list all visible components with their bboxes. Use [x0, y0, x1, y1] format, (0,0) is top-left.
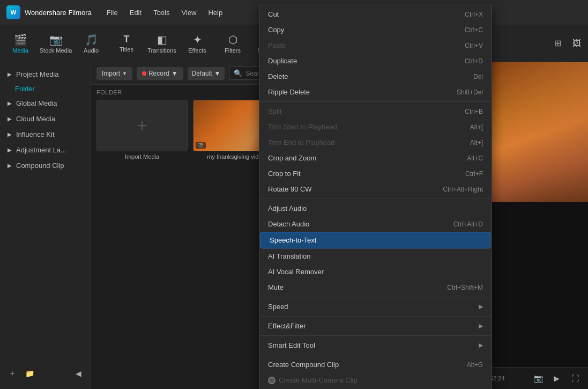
record-button[interactable]: Record ▼ — [137, 67, 183, 80]
ctx-ai-vocal-remover[interactable]: AI Vocal Remover — [259, 264, 492, 280]
ctx-rotate[interactable]: Rotate 90 CW Ctrl+Alt+Right — [259, 181, 492, 197]
ctx-effect-filter[interactable]: Effect&Filter ▶ — [259, 318, 492, 334]
sidebar-item-global-media[interactable]: ▶ Global Media — [0, 96, 91, 111]
arrow-icon: ▶ — [8, 100, 12, 106]
toolbar-titles[interactable]: T Titles — [109, 27, 144, 60]
dropdown-arrow-icon: ▼ — [122, 71, 127, 76]
ctx-create-compound[interactable]: Create Compound Clip Alt+G — [259, 357, 492, 372]
ctx-sep-3 — [259, 297, 492, 297]
multicam-icon — [268, 377, 276, 384]
toolbar-stock-media[interactable]: 📷 Stock Media — [39, 27, 73, 60]
ctx-crop-zoom[interactable]: Crop and Zoom Alt+C — [259, 150, 492, 166]
import-button[interactable]: Import ▼ — [96, 67, 132, 80]
import-media-card[interactable]: + Import Media — [96, 100, 188, 160]
ctx-cut[interactable]: Cut Ctrl+X — [259, 6, 492, 22]
submenu-arrow-icon: ▶ — [479, 322, 483, 329]
add-icon: + — [137, 116, 147, 136]
preview-buttons: 📷 ▶ ⛶ — [531, 371, 583, 386]
arrow-icon: ▶ — [8, 147, 12, 153]
ctx-trim-start: Trim Start to Playhead Alt+[ — [259, 119, 492, 135]
ctx-sep-1 — [259, 101, 492, 102]
ctx-speech-to-text[interactable]: Speech-to-Text — [260, 232, 490, 248]
toolbar-media[interactable]: 🎬 Media — [3, 27, 38, 60]
ctx-paste: Paste Ctrl+V — [259, 38, 492, 53]
toolbar-right: ⊞ 🖼 — [549, 35, 585, 52]
dropdown-arrow-icon: ▼ — [172, 70, 178, 77]
import-media-label: Import Media — [125, 153, 159, 160]
ctx-ai-translation[interactable]: AI Translation — [259, 248, 492, 264]
submenu-arrow-icon: ▶ — [479, 303, 483, 310]
effects-icon: ✦ — [193, 33, 202, 46]
app-logo-icon: W — [6, 5, 20, 19]
arrow-icon: ▶ — [8, 71, 12, 77]
sidebar-folder[interactable]: Folder — [0, 82, 91, 96]
menu-view[interactable]: View — [176, 6, 202, 19]
submenu-arrow-icon: ▶ — [479, 342, 483, 349]
ctx-adjust-audio[interactable]: Adjust Audio — [259, 201, 492, 216]
ctx-speed[interactable]: Speed ▶ — [259, 299, 492, 314]
toolbar-filters[interactable]: ⬡ Filters — [215, 27, 250, 60]
search-icon: 🔍 — [234, 69, 242, 77]
camera-btn[interactable]: 📷 — [531, 371, 546, 386]
ctx-delete[interactable]: Delete Del — [259, 69, 492, 84]
ctx-duplicate[interactable]: Duplicate Ctrl+D — [259, 53, 492, 69]
ctx-sep-5 — [259, 335, 492, 336]
ctx-mute[interactable]: Mute Ctrl+Shift+M — [259, 280, 492, 295]
ctx-smart-edit[interactable]: Smart Edit Tool ▶ — [259, 337, 492, 353]
menu-help[interactable]: Help — [203, 6, 228, 19]
transitions-icon: ◧ — [157, 33, 167, 46]
sidebar-item-cloud-media[interactable]: ▶ Cloud Media — [0, 111, 91, 127]
sidebar-bottom: ＋ 📁 ◀ — [0, 362, 91, 385]
toolbar-transitions[interactable]: ◧ Transitions — [145, 27, 179, 60]
layout-grid-btn[interactable]: ⊞ — [549, 35, 565, 52]
audio-icon: 🎵 — [85, 33, 98, 46]
ctx-split: Split Ctrl+B — [259, 104, 492, 119]
menu-bar: File Edit Tools View Help — [101, 6, 228, 19]
play-btn[interactable]: ▶ — [549, 371, 564, 386]
ctx-crop-fit[interactable]: Crop to Fit Ctrl+F — [259, 166, 492, 181]
toolbar-effects[interactable]: ✦ Effects — [180, 27, 214, 60]
app-logo: W Wondershare Filmora — [6, 5, 92, 19]
record-dot-icon — [142, 71, 146, 76]
ctx-detach-audio[interactable]: Detach Audio Ctrl+Alt+D — [259, 216, 492, 232]
import-media-thumb: + — [96, 100, 188, 151]
titles-icon: T — [124, 34, 130, 45]
arrow-icon: ▶ — [8, 163, 12, 168]
sidebar-item-project-media[interactable]: ▶ Project Media — [0, 67, 91, 82]
ctx-trim-end: Trim End to Playhead Alt+] — [259, 135, 492, 150]
menu-edit[interactable]: Edit — [124, 6, 147, 19]
sidebar-item-adjustment[interactable]: ▶ Adjustment La... — [0, 142, 91, 158]
media-icon: 🎬 — [14, 33, 27, 46]
menu-tools[interactable]: Tools — [148, 6, 175, 19]
ctx-create-multicam: Create Multi-Camera Clip — [259, 372, 492, 388]
add-media-btn[interactable]: ＋ — [5, 366, 19, 380]
context-menu: Cut Ctrl+X Copy Ctrl+C Paste Ctrl+V Dupl… — [259, 4, 492, 389]
fullscreen-btn[interactable]: ⛶ — [568, 371, 583, 386]
filters-icon: ⬡ — [228, 33, 237, 46]
folder-btn[interactable]: 📁 — [23, 366, 36, 380]
sidebar-item-compound-clip[interactable]: ▶ Compound Clip — [0, 158, 91, 173]
ctx-copy[interactable]: Copy Ctrl+C — [259, 22, 492, 38]
app-title: Wondershare Filmora — [25, 9, 92, 17]
arrow-icon: ▶ — [8, 131, 12, 137]
toolbar-audio[interactable]: 🎵 Audio — [74, 27, 108, 60]
menu-file[interactable]: File — [101, 6, 123, 19]
default-button[interactable]: Default ▼ — [188, 67, 225, 80]
ctx-sep-6 — [259, 355, 492, 355]
arrow-icon: ▶ — [8, 116, 12, 122]
sidebar: ▶ Project Media Folder ▶ Global Media ▶ … — [0, 62, 91, 389]
layout-img-btn[interactable]: 🖼 — [569, 35, 585, 52]
collapse-btn[interactable]: ◀ — [71, 366, 85, 380]
dropdown-arrow-icon: ▼ — [214, 70, 221, 77]
sidebar-item-influence-kit[interactable]: ▶ Influence Kit — [0, 127, 91, 142]
stock-media-icon: 📷 — [49, 33, 63, 46]
ctx-ripple-delete[interactable]: Ripple Delete Shift+Del — [259, 84, 492, 100]
ctx-sep-2 — [259, 199, 492, 199]
ctx-sep-4 — [259, 316, 492, 317]
